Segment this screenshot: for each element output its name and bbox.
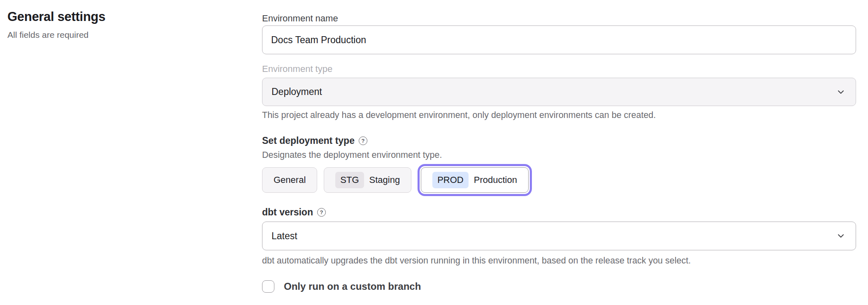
general-settings-page: General settings All fields are required…	[0, 0, 868, 305]
environment-type-select[interactable]: Deployment	[262, 78, 856, 106]
deployment-type-label-row: Set deployment type ?	[262, 135, 856, 146]
deployment-type-staging-label: Staging	[369, 175, 400, 185]
page-title: General settings	[7, 9, 238, 25]
chevron-down-icon	[837, 232, 845, 240]
dbt-version-value: Latest	[262, 231, 297, 241]
custom-branch-label[interactable]: Only run on a custom branch	[284, 280, 421, 293]
environment-settings-form: Environment name Environment type Deploy…	[262, 0, 856, 293]
deployment-type-options: General STG Staging PROD Production	[262, 167, 856, 193]
staging-badge: STG	[335, 172, 364, 188]
dbt-version-select[interactable]: Latest	[262, 222, 856, 250]
deployment-type-production-button[interactable]: PROD Production	[421, 167, 529, 193]
help-icon[interactable]: ?	[359, 136, 367, 145]
environment-name-label: Environment name	[262, 13, 856, 24]
dbt-version-label: dbt version	[262, 206, 313, 218]
chevron-down-icon	[837, 88, 845, 96]
deployment-type-production-label: Production	[474, 175, 517, 185]
production-badge: PROD	[432, 172, 469, 188]
environment-name-input[interactable]	[262, 25, 856, 54]
environment-type-helper: This project already has a development e…	[262, 110, 856, 120]
environment-type-label: Environment type	[262, 64, 856, 74]
deployment-type-general-label: General	[274, 175, 306, 185]
dbt-version-helper: dbt automatically upgrades the dbt versi…	[262, 256, 856, 266]
dbt-version-label-row: dbt version ?	[262, 206, 856, 218]
custom-branch-checkbox[interactable]	[262, 280, 274, 293]
settings-header: General settings All fields are required	[7, 9, 238, 40]
page-subtitle: All fields are required	[7, 30, 238, 40]
deployment-type-description: Designates the deployment environment ty…	[262, 150, 856, 160]
help-icon[interactable]: ?	[317, 208, 326, 217]
deployment-type-label: Set deployment type	[262, 135, 355, 146]
deployment-type-general-button[interactable]: General	[262, 167, 317, 193]
environment-type-value: Deployment	[262, 87, 322, 97]
custom-branch-row: Only run on a custom branch	[262, 280, 856, 293]
deployment-type-staging-button[interactable]: STG Staging	[324, 167, 411, 193]
